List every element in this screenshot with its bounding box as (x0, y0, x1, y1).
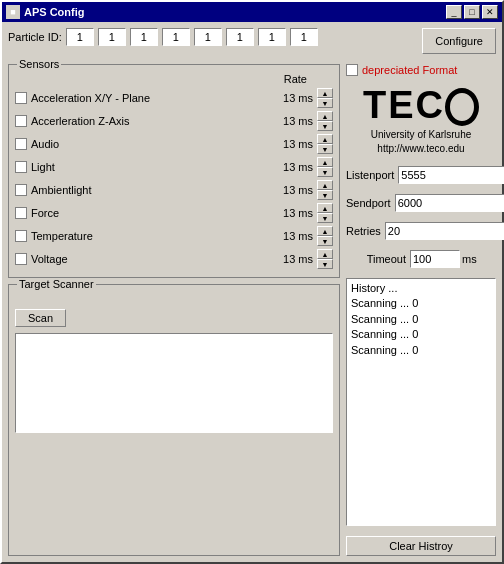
target-scanner-group: Target Scanner Scan (8, 284, 340, 556)
sensor-checkbox-4[interactable] (15, 184, 27, 196)
history-box: History ... Scanning ... 0 Scanning ... … (346, 278, 496, 526)
sensors-group: Sensors Rate Acceleration X/Y - Plane 13… (8, 64, 340, 278)
sensor-spinner-down-2[interactable]: ▼ (317, 144, 333, 154)
sensor-rate-2: 13 ms (278, 138, 313, 150)
sensor-row-1: Accerleration Z-Axis 13 ms ▲ ▼ (15, 110, 333, 132)
sensor-name-5: Force (31, 207, 278, 219)
sensor-spinner-3: ▲ ▼ (317, 157, 333, 177)
target-scanner-label: Target Scanner (17, 278, 96, 290)
teco-e: E (388, 84, 415, 126)
history-header: History ... (351, 281, 491, 296)
sensor-spinner-down-6[interactable]: ▼ (317, 236, 333, 246)
sensor-row-6: Temperature 13 ms ▲ ▼ (15, 225, 333, 247)
sensor-spinner-down-0[interactable]: ▼ (317, 98, 333, 108)
sensor-row-2: Audio 13 ms ▲ ▼ (15, 133, 333, 155)
sensor-spinner-up-4[interactable]: ▲ (317, 180, 333, 190)
sensor-spinner-up-7[interactable]: ▲ (317, 249, 333, 259)
sensor-rate-1: 13 ms (278, 115, 313, 127)
sendport-row: Sendport (346, 194, 496, 212)
deprecated-checkbox[interactable] (346, 64, 358, 76)
history-line-2: Scanning ... 0 (351, 327, 491, 342)
particle-id-label: Particle ID: (8, 31, 62, 43)
maximize-button[interactable]: □ (464, 5, 480, 19)
sensor-spinner-6: ▲ ▼ (317, 226, 333, 246)
deprecated-label: depreciated Format (362, 64, 457, 76)
sendport-label: Sendport (346, 197, 391, 209)
sensor-spinner-down-4[interactable]: ▼ (317, 190, 333, 200)
teco-website: http://www.teco.edu (346, 142, 496, 156)
history-line-0: Scanning ... 0 (351, 296, 491, 311)
content-area: Particle ID: Sensors Rate Acce (2, 22, 502, 562)
teco-university: University of Karlsruhe (346, 128, 496, 142)
listenport-label: Listenport (346, 169, 394, 181)
sensor-rate-7: 13 ms (278, 253, 313, 265)
particle-input-6[interactable] (226, 28, 254, 46)
particle-id-row: Particle ID: (8, 28, 340, 46)
close-button[interactable]: ✕ (482, 5, 498, 19)
teco-c: C (416, 84, 445, 126)
sensor-name-7: Voltage (31, 253, 278, 265)
rate-header: Rate (284, 73, 307, 85)
teco-logo: TEC University of Karlsruhe http://www.t… (346, 86, 496, 156)
window-title: APS Config (24, 6, 85, 18)
sensor-checkbox-1[interactable] (15, 115, 27, 127)
retries-input[interactable] (385, 222, 504, 240)
sensor-checkbox-7[interactable] (15, 253, 27, 265)
sensor-spinner-down-5[interactable]: ▼ (317, 213, 333, 223)
timeout-label: Timeout (346, 253, 406, 265)
clear-history-button[interactable]: Clear Histroy (346, 536, 496, 556)
particle-input-5[interactable] (194, 28, 222, 46)
configure-button[interactable]: Configure (422, 28, 496, 54)
minimize-button[interactable]: _ (446, 5, 462, 19)
scan-button[interactable]: Scan (15, 309, 66, 327)
sensor-checkbox-0[interactable] (15, 92, 27, 104)
sensor-row-5: Force 13 ms ▲ ▼ (15, 202, 333, 224)
timeout-input[interactable] (410, 250, 460, 268)
sensor-spinner-up-5[interactable]: ▲ (317, 203, 333, 213)
sensor-spinner-up-1[interactable]: ▲ (317, 111, 333, 121)
particle-input-1[interactable] (66, 28, 94, 46)
sensor-checkbox-5[interactable] (15, 207, 27, 219)
title-bar-buttons: _ □ ✕ (446, 5, 498, 19)
sensor-spinner-down-3[interactable]: ▼ (317, 167, 333, 177)
teco-t: T (363, 84, 388, 126)
teco-logo-text: TEC (346, 86, 496, 128)
particle-input-2[interactable] (98, 28, 126, 46)
sensor-checkbox-6[interactable] (15, 230, 27, 242)
sensor-rate-6: 13 ms (278, 230, 313, 242)
listenport-input[interactable] (398, 166, 504, 184)
sensor-spinner-2: ▲ ▼ (317, 134, 333, 154)
left-panel: Particle ID: Sensors Rate Acce (8, 28, 340, 556)
sensor-checkbox-3[interactable] (15, 161, 27, 173)
main-window: ■ APS Config _ □ ✕ Particle ID: (0, 0, 504, 564)
sensor-spinner-5: ▲ ▼ (317, 203, 333, 223)
sensor-spinner-up-2[interactable]: ▲ (317, 134, 333, 144)
sensor-spinner-4: ▲ ▼ (317, 180, 333, 200)
sensor-spinner-down-1[interactable]: ▼ (317, 121, 333, 131)
sensor-rate-3: 13 ms (278, 161, 313, 173)
sensor-spinner-up-6[interactable]: ▲ (317, 226, 333, 236)
history-line-3: Scanning ... 0 (351, 343, 491, 358)
window-icon: ■ (6, 5, 20, 19)
sendport-input[interactable] (395, 194, 504, 212)
sensor-spinner-up-3[interactable]: ▲ (317, 157, 333, 167)
sensor-rate-4: 13 ms (278, 184, 313, 196)
particle-input-3[interactable] (130, 28, 158, 46)
sensor-header: Rate (15, 73, 333, 85)
sensor-rate-0: 13 ms (278, 92, 313, 104)
retries-label: Retries (346, 225, 381, 237)
particle-input-8[interactable] (290, 28, 318, 46)
sensor-spinner-up-0[interactable]: ▲ (317, 88, 333, 98)
particle-input-4[interactable] (162, 28, 190, 46)
sensor-name-2: Audio (31, 138, 278, 150)
sensor-name-4: Ambientlight (31, 184, 278, 196)
sensor-spinner-0: ▲ ▼ (317, 88, 333, 108)
history-line-1: Scanning ... 0 (351, 312, 491, 327)
right-panel: Configure depreciated Format TEC Univers… (346, 28, 496, 556)
sensor-spinner-down-7[interactable]: ▼ (317, 259, 333, 269)
teco-o (445, 88, 479, 126)
sensor-row-4: Ambientlight 13 ms ▲ ▼ (15, 179, 333, 201)
sensor-spinner-7: ▲ ▼ (317, 249, 333, 269)
particle-input-7[interactable] (258, 28, 286, 46)
sensor-checkbox-2[interactable] (15, 138, 27, 150)
